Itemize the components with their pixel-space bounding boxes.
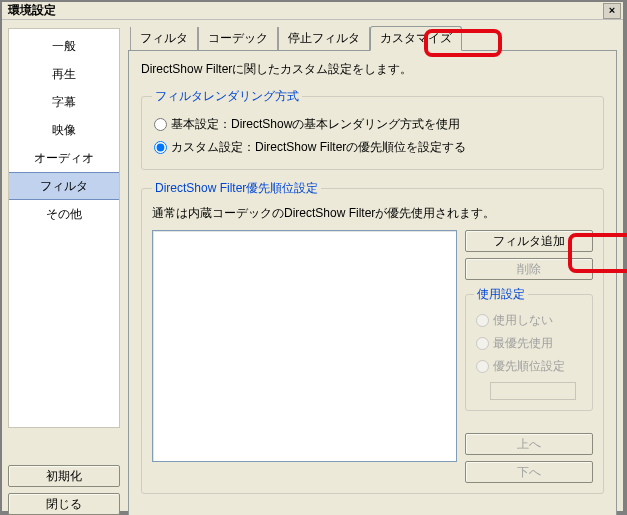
priority-group: DirectShow Filter優先順位設定 通常は内蔵コーデックのDirec… xyxy=(141,180,604,494)
close-button[interactable]: 閉じる xyxy=(8,493,120,515)
rendering-group-legend: フィルタレンダリング方式 xyxy=(152,88,302,105)
close-icon[interactable]: × xyxy=(603,3,621,19)
sidebar-item-general[interactable]: 一般 xyxy=(9,32,119,60)
settings-window: 環境設定 × 一般 再生 字幕 映像 オーディオ フィルタ その他 初期化 閉じ… xyxy=(1,1,624,512)
sidebar-item-audio[interactable]: オーディオ xyxy=(9,144,119,172)
sidebar-list: 一般 再生 字幕 映像 オーディオ フィルタ その他 xyxy=(8,28,120,428)
priority-value-input xyxy=(490,382,576,400)
move-down-button[interactable]: 下へ xyxy=(465,461,593,483)
usage-none-label: 使用しない xyxy=(493,312,553,329)
delete-button[interactable]: 削除 xyxy=(465,258,593,280)
radio-basic[interactable] xyxy=(154,118,167,131)
usage-top-radio xyxy=(476,337,489,350)
titlebar: 環境設定 × xyxy=(2,2,623,20)
usage-none-row: 使用しない xyxy=(474,309,584,332)
filter-listbox[interactable] xyxy=(152,230,457,462)
sidebar-item-playback[interactable]: 再生 xyxy=(9,60,119,88)
radio-custom[interactable] xyxy=(154,141,167,154)
tab-customize[interactable]: カスタマイズ xyxy=(370,26,462,51)
usage-top-label: 最優先使用 xyxy=(493,335,553,352)
priority-controls: フィルタ追加 削除 使用設定 使用しない 最優先使用 xyxy=(465,230,593,483)
priority-group-legend: DirectShow Filter優先順位設定 xyxy=(152,180,321,197)
radio-custom-row[interactable]: カスタム設定：DirectShow Filterの優先順位を設定する xyxy=(152,136,593,159)
rendering-group: フィルタレンダリング方式 基本設定：DirectShowの基本レンダリング方式を… xyxy=(141,88,604,170)
radio-basic-row[interactable]: 基本設定：DirectShowの基本レンダリング方式を使用 xyxy=(152,113,593,136)
tab-filter[interactable]: フィルタ xyxy=(130,27,198,50)
sidebar-item-other[interactable]: その他 xyxy=(9,200,119,228)
init-button[interactable]: 初期化 xyxy=(8,465,120,487)
sidebar-item-subtitle[interactable]: 字幕 xyxy=(9,88,119,116)
page-description: DirectShow Filterに関したカスタム設定をします。 xyxy=(141,61,604,78)
radio-custom-label: カスタム設定：DirectShow Filterの優先順位を設定する xyxy=(171,139,466,156)
usage-order-row: 優先順位設定 xyxy=(474,355,584,378)
usage-group: 使用設定 使用しない 最優先使用 xyxy=(465,286,593,411)
usage-top-row: 最優先使用 xyxy=(474,332,584,355)
sidebar: 一般 再生 字幕 映像 オーディオ フィルタ その他 初期化 閉じる xyxy=(8,28,120,515)
usage-group-legend: 使用設定 xyxy=(474,286,528,303)
add-filter-button[interactable]: フィルタ追加 xyxy=(465,230,593,252)
sidebar-item-filter[interactable]: フィルタ xyxy=(9,172,119,200)
tabstrip: フィルタ コーデック 停止フィルタ カスタマイズ xyxy=(128,28,617,50)
tab-stopfilter[interactable]: 停止フィルタ xyxy=(278,27,370,50)
usage-order-label: 優先順位設定 xyxy=(493,358,565,375)
usage-none-radio xyxy=(476,314,489,327)
priority-area: フィルタ追加 削除 使用設定 使用しない 最優先使用 xyxy=(152,230,593,483)
radio-basic-label: 基本設定：DirectShowの基本レンダリング方式を使用 xyxy=(171,116,460,133)
priority-desc: 通常は内蔵コーデックのDirectShow Filterが優先使用されます。 xyxy=(152,205,593,222)
move-up-button[interactable]: 上へ xyxy=(465,433,593,455)
content-area: フィルタ コーデック 停止フィルタ カスタマイズ DirectShow Filt… xyxy=(128,28,617,515)
tab-body: DirectShow Filterに関したカスタム設定をします。 フィルタレンダ… xyxy=(128,50,617,515)
usage-order-radio xyxy=(476,360,489,373)
client-area: 一般 再生 字幕 映像 オーディオ フィルタ その他 初期化 閉じる フィルタ … xyxy=(2,20,623,515)
window-title: 環境設定 xyxy=(8,2,56,19)
sidebar-item-video[interactable]: 映像 xyxy=(9,116,119,144)
tab-codec[interactable]: コーデック xyxy=(198,27,278,50)
